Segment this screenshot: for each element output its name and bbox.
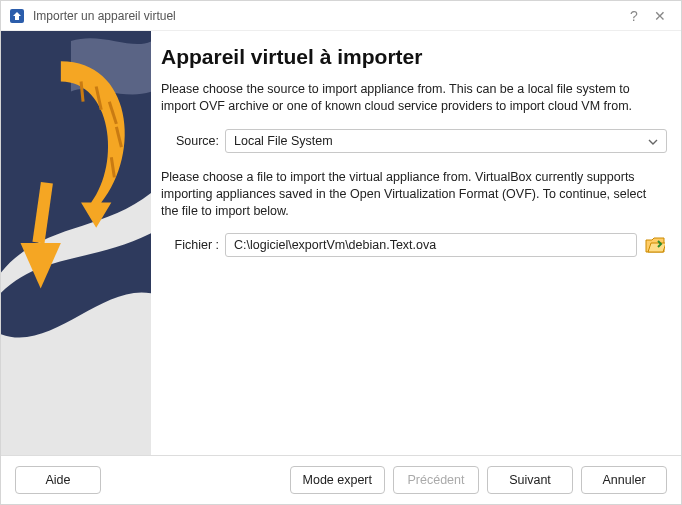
dialog-body: Appareil virtuel à importer Please choos…	[1, 31, 681, 455]
source-select[interactable]: Local File System	[225, 129, 667, 153]
source-description: Please choose the source to import appli…	[161, 81, 667, 115]
file-input[interactable]	[225, 233, 637, 257]
file-label: Fichier :	[161, 238, 219, 252]
file-description: Please choose a file to import the virtu…	[161, 169, 667, 220]
source-label: Source:	[161, 134, 219, 148]
help-icon[interactable]: ?	[621, 3, 647, 29]
titlebar: Importer un appareil virtuel ? ✕	[1, 1, 681, 31]
content-panel: Appareil virtuel à importer Please choos…	[151, 31, 681, 455]
svg-line-2	[81, 81, 83, 101]
sidebar-illustration	[1, 31, 151, 455]
dialog-window: Importer un appareil virtuel ? ✕	[0, 0, 682, 505]
chevron-down-icon	[648, 134, 658, 148]
cancel-button[interactable]: Annuler	[581, 466, 667, 494]
footer: Aide Mode expert Précédent Suivant Annul…	[1, 455, 681, 504]
page-title: Appareil virtuel à importer	[161, 45, 667, 69]
window-title: Importer un appareil virtuel	[33, 9, 621, 23]
expert-mode-button[interactable]: Mode expert	[290, 466, 385, 494]
close-icon[interactable]: ✕	[647, 3, 673, 29]
browse-button[interactable]	[643, 233, 667, 257]
source-value: Local File System	[234, 134, 333, 148]
next-button[interactable]: Suivant	[487, 466, 573, 494]
back-button: Précédent	[393, 466, 479, 494]
source-row: Source: Local File System	[161, 129, 667, 153]
help-button[interactable]: Aide	[15, 466, 101, 494]
file-row: Fichier :	[161, 233, 667, 257]
app-icon	[9, 8, 25, 24]
